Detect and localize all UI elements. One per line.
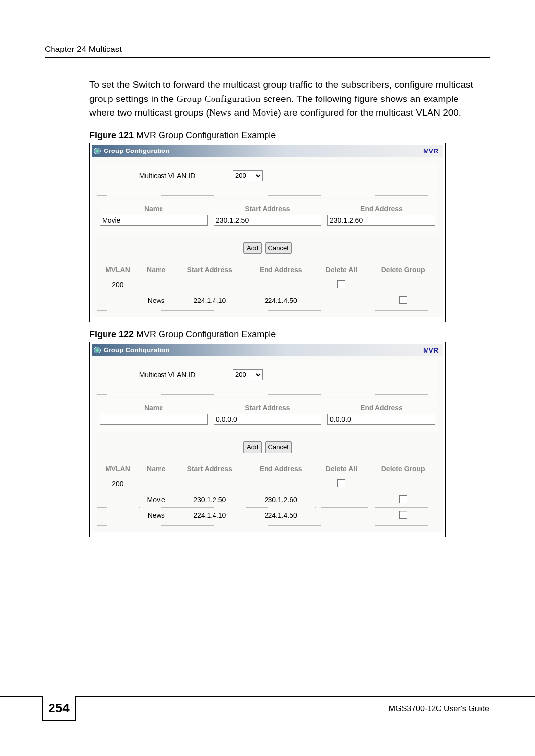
mvid-select[interactable]: 200 — [233, 369, 263, 380]
table-row: News 224.1.4.10 224.1.4.50 — [97, 507, 438, 523]
start-address-input[interactable] — [214, 215, 321, 226]
group-table: MVLAN Name Start Address End Address Del… — [97, 462, 438, 523]
figure-121: Group Configuration MVR Multicast VLAN I… — [89, 143, 446, 322]
figure-121-num: Figure 121 — [89, 130, 134, 140]
th-delall: Delete All — [315, 462, 368, 476]
end-address-input[interactable] — [327, 414, 435, 425]
cell-mvlan — [97, 492, 139, 507]
th-end: End Address — [246, 263, 315, 277]
figure-122-title: MVR Group Configuration Example — [134, 329, 276, 339]
start-address-input[interactable] — [214, 414, 321, 425]
cell-start — [173, 277, 246, 293]
cell-start — [173, 476, 246, 492]
cell-name — [139, 277, 173, 293]
cell-end — [246, 476, 315, 492]
th-delgrp: Delete Group — [368, 462, 438, 476]
cell-name: Movie — [139, 492, 173, 507]
cell-end: 230.1.2.60 — [246, 492, 315, 507]
mvr-link[interactable]: MVR — [423, 147, 438, 155]
cell-mvlan: 200 — [97, 476, 139, 492]
table-row: Movie 230.1.2.50 230.1.2.60 — [97, 492, 438, 507]
delete-all-checkbox[interactable] — [337, 479, 345, 487]
footer-guide: MGS3700-12C User's Guide — [76, 703, 535, 713]
th-start: Start Address — [173, 462, 246, 476]
th-mvlan: MVLAN — [97, 462, 139, 476]
th-end: End Address — [246, 462, 315, 476]
figure-122-caption: Figure 122 MVR Group Configuration Examp… — [89, 329, 490, 340]
mvid-label: Multicast VLAN ID — [102, 172, 233, 180]
table-row: 200 — [97, 277, 438, 293]
th-delall: Delete All — [315, 263, 368, 277]
panel-title-bar: Group Configuration MVR — [92, 344, 443, 356]
cancel-button[interactable]: Cancel — [265, 441, 292, 453]
mvr-link[interactable]: MVR — [423, 346, 438, 354]
cancel-button[interactable]: Cancel — [265, 242, 292, 254]
name-input[interactable] — [100, 215, 208, 226]
name-input[interactable] — [100, 414, 208, 425]
col-name-header: Name — [97, 202, 211, 214]
page-footer: 254 MGS3700-12C User's Guide — [0, 696, 535, 721]
cell-mvlan — [97, 507, 139, 523]
cell-end: 224.1.4.50 — [246, 293, 315, 308]
cell-end: 224.1.4.50 — [246, 507, 315, 523]
panel-title: Group Configuration — [104, 346, 170, 353]
mvid-select[interactable]: 200 — [233, 170, 263, 181]
cell-mvlan: 200 — [97, 277, 139, 293]
mvid-label: Multicast VLAN ID — [102, 371, 233, 379]
panel-orb-icon — [94, 148, 101, 154]
cell-name — [139, 476, 173, 492]
add-button[interactable]: Add — [243, 242, 262, 254]
table-row: News 224.1.4.10 224.1.4.50 — [97, 293, 438, 308]
th-name: Name — [139, 462, 173, 476]
figure-122-num: Figure 122 — [89, 329, 134, 339]
th-delgrp: Delete Group — [368, 263, 438, 277]
col-name-header: Name — [97, 401, 211, 413]
delete-group-checkbox[interactable] — [399, 511, 407, 519]
chapter-header: Chapter 24 Multicast — [45, 45, 490, 58]
th-mvlan: MVLAN — [97, 263, 139, 277]
cell-start: 224.1.4.10 — [173, 507, 246, 523]
col-end-header: End Address — [324, 401, 438, 413]
figure-122: Group Configuration MVR Multicast VLAN I… — [89, 342, 446, 537]
cell-mvlan — [97, 293, 139, 308]
cell-start: 224.1.4.10 — [173, 293, 246, 308]
page-number: 254 — [42, 696, 76, 721]
col-start-header: Start Address — [211, 202, 324, 214]
panel-title: Group Configuration — [104, 147, 170, 154]
delete-group-checkbox[interactable] — [399, 296, 407, 304]
cell-start: 230.1.2.50 — [173, 492, 246, 507]
delete-all-checkbox[interactable] — [337, 280, 345, 288]
col-start-header: Start Address — [211, 401, 324, 413]
delete-group-checkbox[interactable] — [399, 495, 407, 503]
figure-121-caption: Figure 121 MVR Group Configuration Examp… — [89, 130, 490, 141]
cell-name: News — [139, 293, 173, 308]
body-paragraph: To set the Switch to forward the multica… — [89, 78, 481, 120]
cell-end — [246, 277, 315, 293]
group-table: MVLAN Name Start Address End Address Del… — [97, 263, 438, 308]
panel-title-bar: Group Configuration MVR — [92, 145, 443, 157]
table-row: 200 — [97, 476, 438, 492]
cell-name: News — [139, 507, 173, 523]
add-button[interactable]: Add — [243, 441, 262, 453]
th-start: Start Address — [173, 263, 246, 277]
panel-orb-icon — [94, 347, 101, 353]
th-name: Name — [139, 263, 173, 277]
col-end-header: End Address — [324, 202, 438, 214]
end-address-input[interactable] — [327, 215, 435, 226]
figure-121-title: MVR Group Configuration Example — [134, 130, 276, 140]
